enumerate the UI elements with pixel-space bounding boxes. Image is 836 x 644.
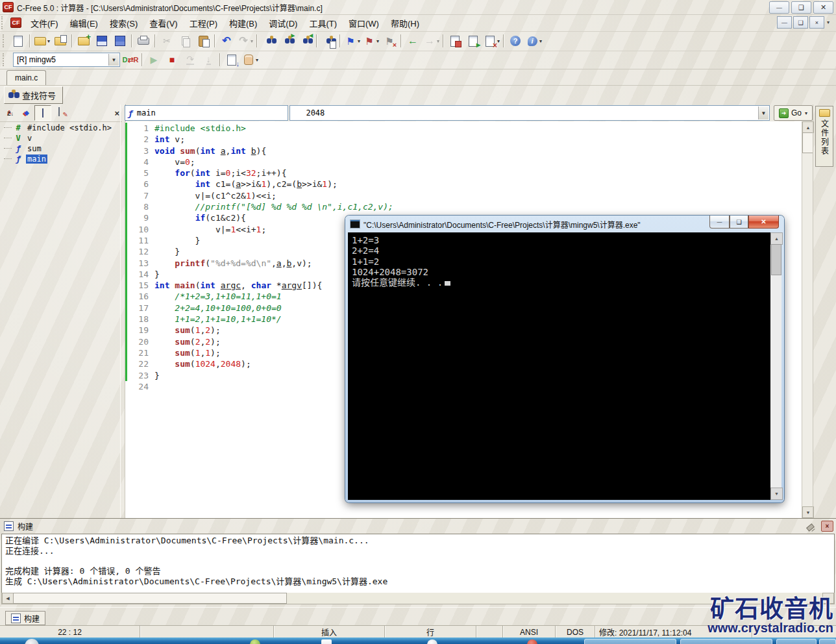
taskbar-button[interactable] [819, 639, 836, 644]
taskbar-app-icon[interactable] [321, 639, 332, 644]
sort-alphabetic-button[interactable] [2, 106, 18, 120]
console-scrollbar[interactable]: ▲ ▼ [770, 232, 781, 500]
run-button[interactable] [145, 51, 162, 68]
chevron-down-icon[interactable]: ▾ [497, 38, 500, 44]
chevron-down-icon[interactable]: ▼ [108, 54, 119, 66]
minimize-button[interactable] [769, 1, 789, 14]
find-previous-button[interactable] [297, 32, 314, 49]
open-file-button[interactable]: ▾ [33, 32, 51, 49]
taskbar-app-icon[interactable] [250, 639, 260, 644]
symbol-tree-item-main[interactable]: ƒmain [0, 154, 120, 164]
go-button[interactable]: Go ▾ [774, 105, 813, 121]
restore-button[interactable] [791, 1, 811, 14]
mdi-close-button[interactable]: × [809, 16, 824, 29]
stop-button[interactable] [164, 51, 180, 68]
editor-vertical-scrollbar[interactable]: ▲ ▼ [802, 121, 813, 518]
menu-item-1[interactable]: 编辑(E) [64, 15, 104, 31]
menu-item-3[interactable]: 查看(V) [143, 15, 183, 31]
clear-bookmarks-button[interactable] [381, 32, 398, 49]
console-close-button[interactable] [748, 216, 779, 229]
symbol-tree-item--include-stdio-h-[interactable]: ##include <stdio.h> [0, 123, 120, 133]
show-members-button[interactable] [56, 106, 71, 120]
about-button[interactable]: ▾ [525, 32, 543, 49]
new-file-button[interactable] [10, 32, 27, 49]
save-all-button[interactable] [112, 32, 129, 49]
rebuild-button[interactable]: ▾ [483, 32, 500, 49]
file-list-tab[interactable]: 文件列表 [815, 106, 833, 167]
chevron-down-icon[interactable]: ▾ [47, 38, 50, 44]
scroll-up-icon[interactable]: ▲ [770, 232, 783, 245]
taskbar-button[interactable] [680, 639, 772, 644]
print-button[interactable] [135, 32, 152, 49]
taskbar-button[interactable] [776, 639, 817, 644]
find-button[interactable] [260, 32, 277, 49]
chevron-down-icon[interactable]: ▾ [539, 38, 542, 44]
menu-item-7[interactable]: 工具(T) [303, 15, 343, 31]
compile-button[interactable] [447, 32, 463, 49]
pause-button[interactable]: ▾ [241, 51, 259, 68]
scrollbar-thumb[interactable] [13, 593, 287, 604]
close-panel-icon[interactable]: × [114, 108, 119, 118]
chevron-down-icon[interactable]: ▾ [358, 38, 360, 44]
menu-item-9[interactable]: 帮助(H) [385, 15, 425, 31]
menu-item-4[interactable]: 工程(P) [184, 15, 223, 31]
tab-main-c[interactable]: main.c [6, 70, 46, 85]
symbol-tree-item-sum[interactable]: ƒsum [0, 143, 120, 154]
debug-release-toggle-button[interactable] [122, 51, 139, 68]
scroll-right-icon[interactable]: ▶ [822, 593, 834, 604]
build-configuration-combo[interactable]: [R] mingw5 ▼ [13, 53, 120, 67]
sort-by-type-button[interactable] [18, 106, 34, 120]
save-button[interactable] [93, 32, 110, 49]
close-panel-button[interactable] [821, 521, 833, 532]
scrollbar-thumb[interactable] [771, 244, 781, 275]
reopen-file-button[interactable] [52, 32, 69, 49]
scrollbar-thumb[interactable] [802, 132, 813, 153]
goto-bookmark-button[interactable]: ▾ [362, 32, 380, 49]
find-symbol-button[interactable]: 查找符号 [4, 86, 63, 104]
menu-item-2[interactable]: 搜索(S) [104, 15, 143, 31]
chevron-down-icon[interactable]: ▾ [251, 38, 253, 44]
toggle-bookmark-button[interactable]: ▾ [343, 32, 361, 49]
console-maximize-button[interactable] [730, 216, 748, 229]
scroll-down-icon[interactable]: ▼ [770, 488, 783, 500]
chevron-down-icon[interactable]: ▾ [256, 57, 258, 63]
compile-current-button[interactable] [223, 51, 240, 68]
console-minimize-button[interactable] [709, 216, 730, 229]
scroll-left-icon[interactable]: ◀ [2, 593, 14, 604]
navigate-back-button[interactable] [404, 32, 421, 49]
find-next-button[interactable] [278, 32, 295, 49]
build-horizontal-scrollbar[interactable]: ◀ ▶ [1, 593, 835, 604]
mdi-more-arrow-icon[interactable]: ▾ [827, 19, 830, 25]
console-output-area[interactable]: 1+2=32+2=41+1=21024+2048=3072请按任意键继续. . … [348, 232, 781, 500]
title-bar[interactable]: C-Free 5.0 : 计算器 - [C:\Users\Administrat… [0, 0, 836, 15]
chevron-down-icon[interactable]: ▾ [805, 110, 807, 116]
close-button[interactable] [813, 1, 833, 14]
symbol-tree-item-v[interactable]: Vv [0, 133, 120, 143]
editor-search-combo[interactable]: 2048 ▼ [289, 105, 770, 121]
menu-item-5[interactable]: 构建(B) [223, 15, 263, 31]
pin-icon[interactable] [805, 521, 816, 532]
build-tab-button[interactable]: 构建 [5, 611, 45, 625]
chevron-down-icon[interactable]: ▾ [437, 38, 439, 44]
taskbar[interactable] [0, 638, 836, 644]
menu-item-8[interactable]: 窗口(W) [343, 15, 385, 31]
help-button[interactable] [507, 32, 524, 49]
start-orb-icon[interactable] [25, 639, 39, 644]
list-view-button[interactable] [34, 105, 51, 121]
menu-item-0[interactable]: 文件(F) [25, 15, 64, 31]
taskbar-app-icon[interactable] [527, 639, 537, 644]
taskbar-button[interactable] [584, 639, 676, 644]
build-button[interactable] [465, 32, 482, 49]
find-in-files-button[interactable] [320, 32, 337, 49]
menu-item-6[interactable]: 调试(D) [263, 15, 303, 31]
build-output-text[interactable]: 正在编译 C:\Users\Administrator\Documents\C-… [1, 534, 835, 596]
mdi-minimize-button[interactable]: — [777, 16, 792, 29]
undo-button[interactable] [218, 32, 235, 49]
taskbar-app-icon[interactable] [427, 639, 437, 644]
function-navigator-combo[interactable]: ƒ main [125, 105, 288, 121]
new-project-button[interactable] [75, 32, 92, 49]
paste-button[interactable] [195, 32, 212, 49]
chevron-down-icon[interactable]: ▾ [376, 38, 379, 44]
chevron-down-icon[interactable]: ▼ [758, 106, 768, 119]
mdi-restore-button[interactable]: ❑ [793, 16, 808, 29]
